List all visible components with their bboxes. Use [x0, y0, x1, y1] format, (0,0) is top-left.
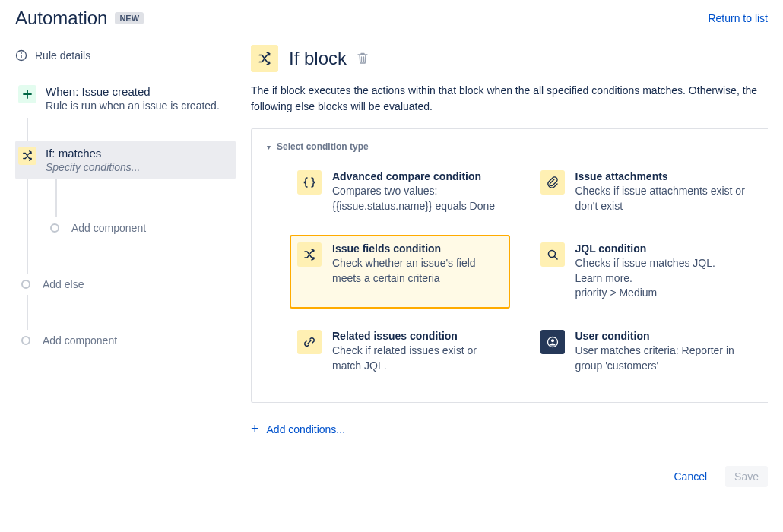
add-else[interactable]: Add else: [27, 274, 236, 295]
opt-issue-fields[interactable]: Issue fields condition Check whether an …: [290, 235, 510, 309]
opt-user-condition[interactable]: User condition User matches criteria: Re…: [533, 322, 753, 381]
panel-heading-text: Select condition type: [277, 141, 369, 152]
panel-heading[interactable]: ▾ Select condition type: [267, 141, 753, 152]
opt-desc: Checks if issue attachments exist or don…: [575, 184, 746, 214]
plus-icon: [18, 85, 36, 103]
opt-title: User condition: [575, 330, 746, 342]
svg-point-5: [551, 339, 554, 342]
opt-attachments[interactable]: Issue attachments Checks if issue attach…: [533, 163, 753, 221]
shuffle-icon: [251, 45, 278, 72]
dot-icon: [21, 336, 30, 345]
trash-icon[interactable]: [357, 52, 368, 65]
return-to-list-link[interactable]: Return to list: [708, 12, 768, 24]
opt-title: Related issues condition: [332, 330, 502, 342]
add-component-outer-label: Add component: [43, 334, 117, 347]
rule-details-label: Rule details: [35, 49, 90, 62]
add-component-outer[interactable]: Add component: [27, 330, 236, 351]
rule-details-row[interactable]: Rule details: [0, 40, 236, 71]
if-sub: Specify conditions...: [46, 161, 141, 173]
new-badge: NEW: [115, 12, 144, 24]
add-component-label: Add component: [71, 222, 146, 234]
opt-desc: User matches criteria: Reporter in group…: [575, 344, 746, 373]
info-icon: [15, 49, 27, 62]
user-icon: [540, 330, 565, 354]
link-icon: [297, 330, 322, 354]
plus-icon: +: [251, 421, 259, 437]
dot-icon: [21, 280, 30, 289]
opt-title: Issue attachments: [575, 170, 746, 182]
dot-icon: [50, 223, 59, 233]
opt-title: JQL condition: [575, 242, 746, 255]
chevron-down-icon: ▾: [267, 143, 271, 151]
cancel-button[interactable]: Cancel: [664, 466, 716, 487]
if-title: If: matches: [46, 147, 141, 160]
when-trigger-node[interactable]: When: Issue created Rule is run when an …: [15, 79, 236, 118]
opt-desc: Check whether an issue's field meets a c…: [332, 256, 502, 286]
rule-tree-sidebar: Rule details When: Issue created Rule is…: [0, 33, 236, 532]
main-title: If block: [289, 48, 347, 69]
page-header: Automation NEW Return to list: [0, 0, 783, 33]
add-else-label: Add else: [43, 278, 84, 290]
add-component-inner[interactable]: Add component: [55, 217, 236, 239]
braces-icon: [297, 170, 322, 195]
opt-jql[interactable]: JQL condition Checks if issue matches JQ…: [533, 235, 753, 309]
svg-point-2: [21, 52, 22, 54]
opt-desc: Check if related issues exist or match J…: [332, 344, 502, 373]
save-button[interactable]: Save: [725, 466, 768, 487]
opt-title: Issue fields condition: [332, 242, 502, 255]
attachment-icon: [540, 170, 565, 195]
main-description: The if block executes the actions within…: [251, 83, 768, 115]
if-block-node[interactable]: If: matches Specify conditions...: [15, 141, 236, 179]
condition-type-panel: ▾ Select condition type Advanced compare…: [251, 128, 768, 403]
search-icon: [540, 242, 565, 267]
opt-desc: Checks if issue matches JQL. Learn more.…: [575, 256, 746, 301]
page-title: Automation: [15, 8, 107, 29]
when-title: When: Issue created: [46, 85, 220, 98]
svg-rect-1: [21, 55, 21, 58]
opt-advanced-compare[interactable]: Advanced compare condition Compares two …: [290, 163, 510, 221]
main-panel: If block The if block executes the actio…: [236, 33, 783, 532]
opt-related-issues[interactable]: Related issues condition Check if relate…: [290, 322, 510, 381]
opt-desc: Compares two values: {{issue.status.name…: [332, 184, 502, 214]
shuffle-icon: [297, 242, 322, 267]
shuffle-icon: [18, 147, 36, 165]
add-conditions-button[interactable]: + Add conditions...: [251, 421, 768, 437]
when-sub: Rule is run when an issue is created.: [46, 100, 220, 112]
add-conditions-label: Add conditions...: [267, 423, 346, 435]
opt-title: Advanced compare condition: [332, 170, 502, 182]
